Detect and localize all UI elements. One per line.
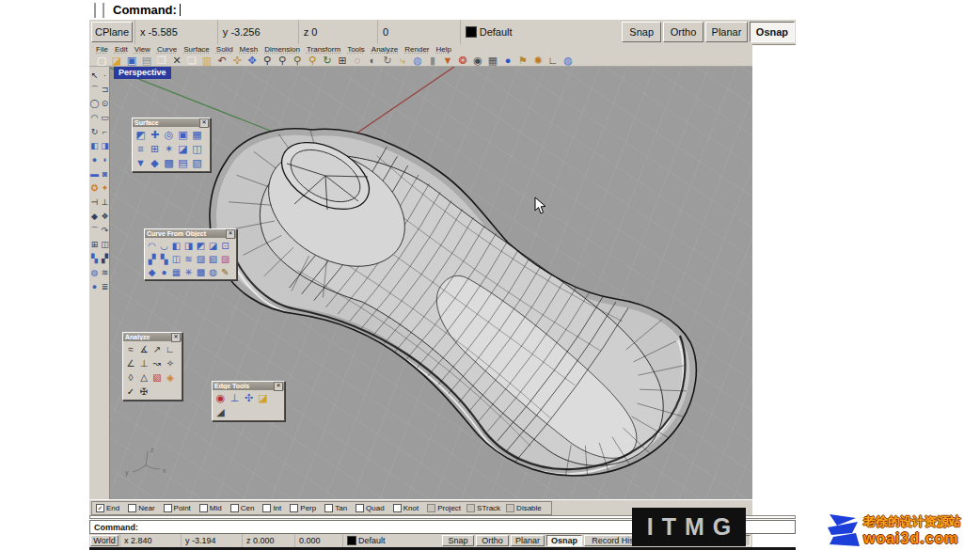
srf-corner[interactable]: ◪ [176, 142, 190, 156]
layer-pane[interactable]: Default [460, 20, 616, 44]
cfo-sketch[interactable]: ▨ [219, 252, 231, 265]
an-check[interactable]: ✓ [124, 385, 137, 399]
zoom-dynamic-icon[interactable]: ⚲ [290, 55, 305, 66]
paste-icon[interactable]: ▥ [199, 55, 214, 66]
open-file-icon[interactable]: ◪ [109, 55, 124, 66]
analyze-palette-titlebar[interactable]: Analyze [123, 333, 182, 341]
viewport-layout-icon[interactable]: ⊞ [335, 55, 350, 66]
menu-item[interactable]: Dimension [264, 45, 300, 54]
menu-item[interactable]: Curve [157, 45, 177, 54]
osnap-checkbox[interactable]: Cen [230, 504, 255, 512]
close-icon[interactable] [199, 118, 209, 128]
rebuild-icon[interactable]: ⌒ [89, 224, 100, 238]
layer-move-icon[interactable]: ⤷ [395, 55, 410, 66]
ortho-button[interactable]: Ortho [663, 22, 703, 42]
cfo-extract[interactable]: ◫ [170, 252, 182, 265]
new-file-icon[interactable]: ▢ [94, 55, 109, 66]
layer-pane[interactable]: Default [342, 534, 437, 547]
cfo-section[interactable]: ⊡ [219, 239, 231, 252]
srf-extrude[interactable]: ▦ [190, 128, 204, 142]
zoom-extents-icon[interactable]: ⚲ [305, 55, 320, 66]
cfo-hatch[interactable]: ▩ [195, 265, 207, 278]
surface2-icon[interactable]: ◨ [100, 139, 110, 153]
menu-item[interactable]: Solid [216, 45, 233, 54]
explode-icon[interactable]: ✦ [100, 181, 110, 196]
edge-join[interactable]: ◪ [256, 391, 270, 405]
analyze-palette[interactable]: Analyze ≈∡↗∟∠⊥↝✧◊△▧◈✓✠ [122, 332, 182, 401]
edge-rebuild[interactable]: ◢ [213, 405, 228, 419]
cfo-trace[interactable]: ✎ [219, 265, 231, 278]
rotate-view-icon[interactable]: ↻ [320, 55, 335, 66]
cplane-axis-icon[interactable]: ∟ [545, 55, 561, 66]
srf-grid[interactable]: ▩ [162, 156, 176, 170]
lamp-icon[interactable]: ◍ [410, 55, 425, 66]
cfo-contour[interactable]: ◪ [207, 239, 219, 252]
an-diameter[interactable]: ◊ [124, 370, 137, 385]
menu-item[interactable]: Edit [115, 45, 128, 54]
lock-icon[interactable]: ▮ [425, 55, 440, 66]
cfo-grid[interactable]: ▦ [170, 265, 182, 278]
wire-box-icon[interactable]: ▦ [485, 55, 500, 66]
zoom-window-icon[interactable]: ⚲ [275, 55, 290, 66]
cfo-offset[interactable]: ◆ [146, 265, 158, 278]
zoom-icon[interactable]: ⚲ [260, 55, 275, 66]
point-icon[interactable]: · [100, 69, 110, 83]
srf-3pt[interactable]: ◩ [134, 128, 148, 142]
cone-icon[interactable]: ▼ [440, 55, 455, 66]
arc-icon[interactable]: ◠ [89, 111, 100, 125]
edge-tools-titlebar[interactable]: Edge Tools [213, 382, 284, 390]
helix-icon[interactable]: ↻ [89, 125, 100, 139]
close-icon[interactable] [171, 333, 181, 342]
trim-icon[interactable]: ⊣ [89, 196, 100, 210]
curve-handles-icon[interactable]: ⊐ [100, 83, 110, 97]
an-radius[interactable]: ∠ [124, 356, 137, 370]
cfo-star[interactable]: ✳ [182, 265, 195, 278]
an-bbox[interactable]: ∟ [164, 342, 177, 356]
srf-edge[interactable]: ◫ [190, 142, 204, 156]
help-globe-icon[interactable]: ◍ [561, 55, 576, 66]
cfo-dup-edge[interactable]: ◧ [170, 239, 182, 252]
ortho-button[interactable]: Ortho [476, 535, 509, 546]
fillet-icon[interactable]: ⌐ [100, 125, 110, 139]
flag-icon[interactable]: ⚑ [515, 55, 530, 66]
srf-plane[interactable]: ✚ [148, 128, 162, 142]
osnap-checkbox[interactable]: Tan [324, 504, 347, 512]
osnap-checkbox[interactable]: Perp [290, 504, 316, 512]
osnap-checkbox[interactable]: Point [164, 504, 191, 512]
split-icon[interactable]: ⊥ [100, 196, 110, 210]
cfo-project[interactable]: ◠ [146, 239, 158, 252]
curve-icon[interactable]: ⌒ [89, 83, 100, 97]
osnap-toggle[interactable]: Project [427, 504, 461, 512]
an-curvature-map[interactable]: ▧ [150, 370, 164, 385]
osnap-checkbox[interactable]: Int [262, 504, 281, 512]
properties-icon[interactable]: ❐ [154, 55, 169, 66]
edge-merge[interactable]: ✣ [242, 391, 256, 405]
cfo-silhouette[interactable]: ▚ [158, 252, 170, 265]
undo-icon[interactable]: ↶ [214, 55, 229, 66]
move-icon[interactable]: ✥ [245, 55, 260, 66]
an-draft[interactable]: △ [137, 370, 150, 385]
menu-item[interactable]: Render [404, 45, 429, 54]
cfo-dup-border[interactable]: ◨ [182, 239, 195, 252]
cfo-pullback[interactable]: ◡ [158, 239, 170, 252]
an-distance[interactable]: ≈ [124, 342, 137, 356]
diamond-icon[interactable]: ◆ [89, 210, 100, 224]
menu-item[interactable]: View [134, 45, 150, 54]
shade-icon[interactable]: ◐ [365, 55, 380, 66]
srf-loft[interactable]: ▣ [176, 128, 190, 142]
solid-icon[interactable]: ◙ [100, 167, 110, 181]
edge-show[interactable]: ◉ [213, 391, 228, 405]
menu-item[interactable]: Mesh [240, 45, 259, 54]
array-icon[interactable]: ❖ [100, 210, 110, 224]
select-icon[interactable]: ↖ [89, 69, 100, 83]
osnap-checkbox[interactable]: End [96, 504, 119, 512]
osnap-toggle[interactable]: STrack [466, 504, 500, 512]
osnap-checkbox[interactable]: Knot [393, 504, 419, 512]
close-icon[interactable] [274, 382, 283, 391]
edge-tools-palette[interactable]: Edge Tools ◉⊥✣◪◢ [212, 381, 285, 421]
cfo-wire[interactable]: ≋ [182, 252, 195, 265]
color-wheel-icon[interactable]: ❂ [455, 55, 470, 66]
sphere-icon[interactable]: ● [89, 153, 100, 167]
cplane-button[interactable]: CPlane [91, 22, 133, 42]
an-length[interactable]: ↗ [150, 342, 164, 356]
